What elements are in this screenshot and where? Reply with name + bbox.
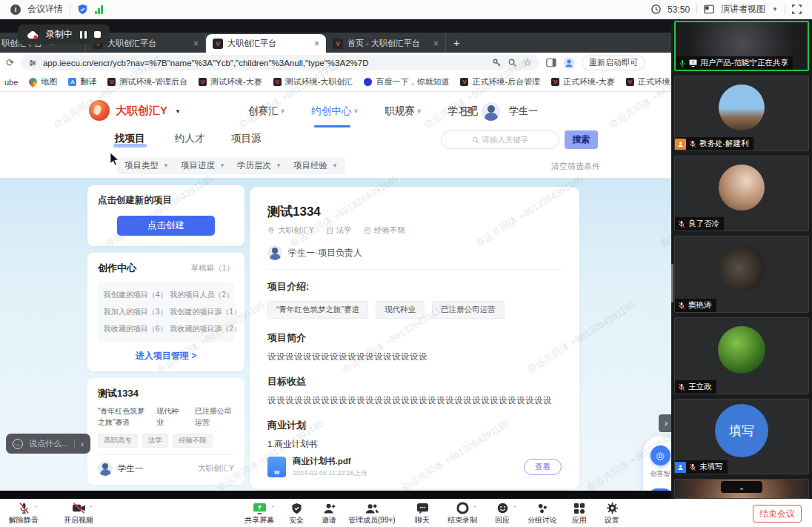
stat-item[interactable]: 我的项目人员（2） — [170, 290, 242, 300]
chat-button[interactable]: 聊天 — [415, 502, 430, 526]
address-bar[interactable]: app.ieecu.cn/encr/ycb?nav=%7B"name"%3A"Y… — [21, 55, 539, 70]
browser-tab[interactable]: V 首页 - 大职创汇平台 × — [326, 34, 446, 53]
chevron-up-icon[interactable]: ˆ — [272, 505, 274, 511]
zoom-icon[interactable] — [508, 58, 517, 67]
info-icon[interactable]: i — [10, 4, 21, 15]
filter-project-progress[interactable]: 项目进度▼ — [173, 157, 233, 174]
video-tile-sharing[interactable]: 用户产品-范晓宁正在共享 — [674, 21, 809, 71]
filter-project-type[interactable]: 项目类型▼ — [117, 157, 176, 174]
nav-item-zhiguisai[interactable]: 职规赛∨ — [385, 93, 421, 129]
video-tile[interactable]: 填写 未填写 — [674, 399, 809, 474]
reactions-button[interactable]: ˆ 回应 — [495, 502, 510, 526]
video-tile[interactable]: 良了否冷 — [674, 156, 809, 231]
draft-box-link[interactable]: 草稿箱（1） — [191, 263, 234, 274]
close-icon[interactable]: × — [193, 39, 199, 49]
nav-item-chuangsaihui[interactable]: 创赛汇∨ — [248, 93, 284, 129]
reload-icon[interactable]: ⟳ — [6, 57, 14, 68]
stat-item[interactable]: 我收藏的项目源（2） — [170, 324, 242, 334]
bookmark-item[interactable]: 地图 — [29, 76, 57, 87]
stop-recording-button[interactable] — [94, 31, 101, 38]
site-brand[interactable]: 大职创汇Y — [116, 104, 167, 118]
pause-recording-button[interactable] — [80, 31, 87, 39]
bookmark-item[interactable]: ube — [4, 78, 18, 87]
share-screen-button[interactable]: ˆ 共享屏幕 — [244, 502, 274, 526]
view-file-button[interactable]: 查看 — [524, 459, 562, 475]
collapse-panel-button[interactable]: ⌄ — [721, 481, 762, 493]
nav-item-yuechuang-center[interactable]: 约创中心∨ — [311, 93, 358, 129]
password-key-icon[interactable] — [492, 58, 502, 67]
chevron-up-icon[interactable]: ˆ — [90, 505, 93, 511]
fullscreen-icon[interactable] — [792, 4, 802, 14]
relaunch-chip[interactable]: 重新启动即可 — [582, 56, 645, 70]
stop-recording-button[interactable]: ˆ 结束录制 — [447, 502, 477, 526]
manage-members-button[interactable]: 管理成员(99+) — [348, 502, 396, 526]
video-tile-partial[interactable]: ⌄ — [674, 479, 809, 499]
chevron-up-icon[interactable]: ˆ — [514, 505, 516, 511]
chevron-down-icon[interactable]: ▼ — [772, 6, 778, 13]
project-card-title[interactable]: 测试1334 — [98, 387, 234, 400]
close-icon[interactable]: × — [433, 39, 439, 49]
emoji-icon[interactable] — [13, 439, 23, 449]
stat-item[interactable]: 我收藏的项目（6） — [104, 324, 167, 334]
search-button[interactable]: 搜索 — [565, 130, 598, 149]
breakout-rooms-button[interactable]: 分组讨论 — [528, 502, 557, 526]
side-tools-expand-button[interactable]: › — [659, 414, 671, 432]
video-tile[interactable]: 王立政 — [674, 317, 809, 394]
collapse-icon[interactable]: ‹ — [81, 440, 84, 448]
invite-button[interactable]: 邀请 — [322, 502, 336, 526]
file-name[interactable]: 商业计划书.pdf — [293, 456, 367, 467]
profile-avatar-icon[interactable] — [563, 57, 575, 69]
side-panel-icon[interactable] — [546, 58, 556, 67]
bookmark-item[interactable]: V测试环境-大职创汇 — [273, 76, 353, 87]
tab-find-talent[interactable]: 约人才 — [175, 132, 205, 145]
bookmark-item[interactable]: V测试环境-管理后台 — [107, 76, 187, 87]
chuangke-tool-icon[interactable]: ◎ — [650, 445, 670, 465]
apps-button[interactable]: 应用 — [572, 502, 587, 526]
bookmark-star-icon[interactable]: ☆ — [523, 57, 532, 68]
video-tile[interactable]: 教务处-解建利 — [674, 76, 809, 151]
security-button[interactable]: 安全 — [289, 502, 304, 526]
bookmark-item[interactable]: V测试环境-大赛 — [199, 76, 262, 87]
site-logo[interactable] — [89, 100, 110, 121]
scrollbar[interactable] — [671, 264, 673, 302]
project-list-card[interactable]: 测试1334 “青年红色筑梦之旅”赛道 现代种业 已注册公司运营 高职高专 法学… — [87, 378, 244, 485]
chevron-up-icon[interactable]: ˆ — [35, 505, 37, 511]
browser-tab-active[interactable]: V 大职创汇平台 × — [206, 34, 326, 53]
user-avatar[interactable] — [482, 102, 500, 121]
bookmark-item[interactable]: 百度一下，你就知道 — [364, 76, 449, 87]
stat-item[interactable]: 我创建的项目源（1） — [170, 307, 242, 317]
end-meeting-button[interactable]: 结束会议 — [753, 505, 802, 523]
new-tab-button[interactable]: + — [453, 36, 460, 49]
start-video-button[interactable]: ˆ 开启视频 — [64, 502, 93, 526]
network-signal-icon[interactable] — [95, 5, 103, 14]
settings-button[interactable]: 设置 — [605, 502, 619, 526]
clear-filters-link[interactable]: 清空筛选条件 — [551, 161, 600, 172]
mail-icon[interactable] — [461, 107, 473, 116]
create-project-button[interactable]: 点击创建 — [117, 216, 215, 236]
url-text[interactable]: app.ieecu.cn/encr/ycb?nav=%7B"name"%3A"Y… — [43, 59, 486, 67]
filter-project-experience[interactable]: 项目经验▼ — [286, 157, 345, 174]
user-name[interactable]: 学生一 — [509, 105, 538, 118]
enter-project-management-link[interactable]: 进入项目管理 > — [98, 350, 234, 362]
bookmark-item[interactable]: V正式环境-大赛 — [551, 76, 615, 87]
security-shield-icon[interactable] — [77, 4, 88, 15]
stat-item[interactable]: 我创建的项目（4） — [104, 290, 167, 300]
search-input[interactable]: 请输入关键字 — [441, 130, 559, 149]
quick-chat-bar[interactable]: 说点什么... ‹ — [6, 434, 90, 454]
chevron-up-icon[interactable]: ˆ — [474, 505, 476, 511]
video-tile[interactable]: 窦艳涛 — [674, 236, 809, 313]
chat-placeholder[interactable]: 说点什么... — [29, 438, 68, 449]
bookmark-item[interactable]: V正式环境-后台管理 — [460, 76, 540, 87]
close-icon[interactable]: × — [314, 39, 319, 49]
stat-item[interactable]: 我加入的项目（3） — [104, 307, 167, 317]
tab-project-source[interactable]: 项目源 — [231, 132, 262, 145]
view-mode-label[interactable]: 演讲者视图 — [721, 3, 765, 16]
bookmark-item[interactable]: V正式环境-大职创汇 — [626, 76, 671, 87]
chevron-down-icon[interactable]: ▼ — [175, 108, 181, 115]
site-info-icon[interactable] — [28, 59, 37, 67]
tab-find-project[interactable]: 找项目 — [115, 132, 145, 145]
bookmark-item[interactable]: A翻译 — [68, 76, 96, 87]
unmute-button[interactable]: ˆ 解除静音 — [9, 502, 39, 526]
meeting-details-label[interactable]: 会议详情 — [27, 3, 63, 16]
filter-education-level[interactable]: 学历层次▼ — [230, 157, 289, 174]
